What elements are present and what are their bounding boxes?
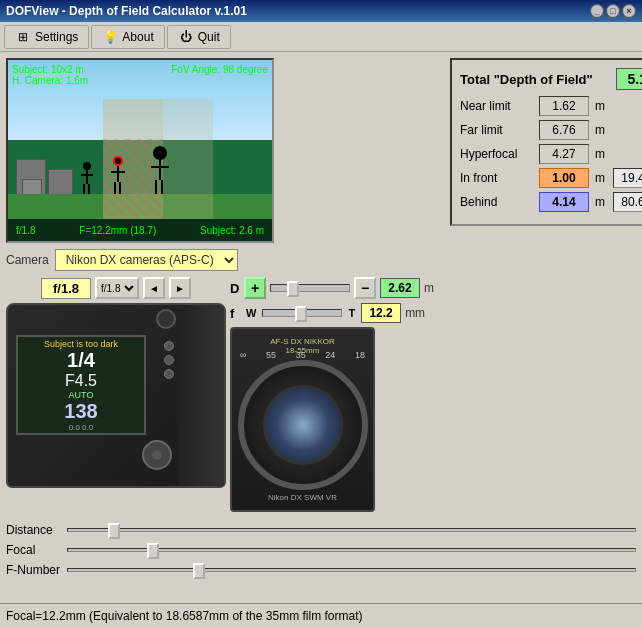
camera-controls-area: f/1.8 f/1.8 ◄ ► Subject is too dark 1/4 [6, 277, 444, 512]
near-limit-label: Near limit [460, 99, 535, 113]
camera-body-container: f/1.8 f/1.8 ◄ ► Subject is too dark 1/4 [6, 277, 226, 488]
hyperfocal-value: 4.27 [539, 144, 589, 164]
focal-slider-row: Focal [6, 542, 636, 558]
lens-label-top: AF-S DX NIKKOR18-55mm [270, 337, 334, 355]
dof-title-row: Total "Depth of Field" 5.13 m [460, 68, 642, 90]
t-label: T [346, 307, 357, 319]
sliders-area: Distance Focal F-Number [0, 520, 642, 580]
status-bar: Focal=12.2mm (Equivalent to 18.6587mm of… [0, 603, 642, 627]
distance-slider-thumb[interactable] [108, 523, 120, 539]
cam-btn-1[interactable] [164, 341, 174, 351]
d-slider-thumb[interactable] [287, 281, 299, 297]
f-slider-thumb[interactable] [295, 306, 307, 322]
scene-focal: F=12.2mm (18.7) [79, 225, 156, 236]
fnumber-slider-container[interactable] [67, 562, 636, 578]
quit-menu-button[interactable]: ⏻ Quit [167, 25, 231, 49]
scene-view: Subject: 10x2 m H. Camera: 1.6m FoV Angl… [6, 58, 274, 243]
f-next-button[interactable]: ► [169, 277, 191, 299]
near-limit-value: 1.62 [539, 96, 589, 116]
dof-behind-row: Behind 4.14 m 80.6 % [460, 192, 642, 212]
d-unit: m [424, 281, 444, 295]
behind-pct: 80.6 [613, 192, 642, 212]
camera-dropdown[interactable]: Nikon DX cameras (APS-C) [55, 249, 238, 271]
close-button[interactable]: × [622, 4, 636, 18]
far-limit-value: 6.76 [539, 120, 589, 140]
dof-in-front-row: In front 1.00 m 19.4 % [460, 168, 642, 188]
distance-slider-track [67, 528, 636, 532]
in-front-label: In front [460, 171, 535, 185]
lens-body: AF-S DX NIKKOR18-55mm ∞55352418 Nikon DX… [230, 327, 375, 512]
maximize-button[interactable]: □ [606, 4, 620, 18]
scene-subject-info: Subject: 10x2 m H. Camera: 1.6m [12, 64, 88, 86]
settings-menu-button[interactable]: ⊞ Settings [4, 25, 89, 49]
cam-btn-2[interactable] [164, 355, 174, 365]
about-icon: 💡 [102, 29, 118, 45]
hyperfocal-label: Hyperfocal [460, 147, 535, 161]
center-panel: Total "Depth of Field" 5.13 m Near limit… [450, 58, 642, 512]
in-front-unit: m [595, 171, 605, 185]
camera-screen: Subject is too dark 1/4 F4.5 AUTO 138 0.… [16, 335, 146, 435]
mode-dial [156, 309, 176, 329]
d-plus-button[interactable]: + [244, 277, 266, 299]
focal-slider-track [67, 548, 636, 552]
dof-total-area: 5.13 m [616, 68, 642, 90]
settings-icon: ⊞ [15, 29, 31, 45]
scene-fov-info: FoV Angle: 98 degree [171, 64, 268, 86]
scene-info-top: Subject: 10x2 m H. Camera: 1.6m FoV Angl… [12, 64, 268, 86]
scene-bottom-bar: f/1.8 F=12.2mm (18.7) Subject: 2.6 m [8, 219, 272, 241]
w-label: W [244, 307, 258, 319]
lens-label-bottom: Nikon DX SWM VR [268, 493, 337, 502]
f-number-control: f/1.8 f/1.8 ◄ ► [6, 277, 226, 299]
camera-grip [179, 305, 224, 486]
dof-title: Total "Depth of Field" [460, 72, 593, 87]
behind-value: 4.14 [539, 192, 589, 212]
dof-panel: Total "Depth of Field" 5.13 m Near limit… [450, 58, 642, 226]
behind-label: Behind [460, 195, 535, 209]
menu-bar: ⊞ Settings 💡 About ⏻ Quit [0, 22, 642, 52]
lens-ring-inner [263, 385, 343, 465]
df-controls-column: D + − 2.62 m f W T 12.2 [230, 277, 444, 512]
fnumber-slider-row: F-Number [6, 562, 636, 578]
f-number-dropdown[interactable]: f/1.8 [95, 277, 139, 299]
far-limit-label: Far limit [460, 123, 535, 137]
fnumber-slider-thumb[interactable] [193, 563, 205, 579]
figure-right [153, 146, 167, 194]
behind-unit: m [595, 195, 605, 209]
dof-near-limit-row: Near limit 1.62 m [460, 96, 642, 116]
hyperfocal-unit: m [595, 147, 605, 161]
window-title: DOFView - Depth of Field Calculator v.1.… [6, 4, 247, 18]
power-icon: ⏻ [178, 29, 194, 45]
distance-slider-row: Distance [6, 522, 636, 538]
d-value-display: 2.62 [380, 278, 420, 298]
focal-slider-container[interactable] [67, 542, 636, 558]
focal-slider-label: Focal [6, 543, 61, 557]
f-prev-button[interactable]: ◄ [143, 277, 165, 299]
dof-total-value: 5.13 [616, 68, 642, 90]
camera-body: Subject is too dark 1/4 F4.5 AUTO 138 0.… [6, 303, 226, 488]
cam-btn-3[interactable] [164, 369, 174, 379]
about-menu-button[interactable]: 💡 About [91, 25, 164, 49]
in-front-value: 1.00 [539, 168, 589, 188]
minimize-button[interactable]: _ [590, 4, 604, 18]
camera-buttons [164, 341, 174, 379]
f-control-row: f W T 12.2 mm [230, 303, 425, 323]
d-slider[interactable] [270, 284, 350, 292]
dof-hyperfocal-row: Hyperfocal 4.27 m [460, 144, 642, 164]
f-slider[interactable] [262, 309, 342, 317]
camera-row: Camera Nikon DX cameras (APS-C) [6, 249, 444, 271]
status-text: Focal=12.2mm (Equivalent to 18.6587mm of… [6, 609, 362, 623]
distance-slider-container[interactable] [67, 522, 636, 538]
d-minus-button[interactable]: − [354, 277, 376, 299]
f-label: f [230, 306, 240, 321]
focal-slider-thumb[interactable] [147, 543, 159, 559]
scene-subject-dist: Subject: 2.6 m [200, 225, 264, 236]
d-control-row: D + − 2.62 m [230, 277, 444, 299]
dpad[interactable] [142, 440, 172, 470]
title-bar: DOFView - Depth of Field Calculator v.1.… [0, 0, 642, 22]
f-number-display: f/1.8 [41, 278, 91, 299]
lens-ring-outer [238, 360, 368, 490]
fnumber-slider-track [67, 568, 636, 572]
far-limit-unit: m [595, 123, 605, 137]
d-label: D [230, 281, 240, 296]
in-front-pct: 19.4 [613, 168, 642, 188]
